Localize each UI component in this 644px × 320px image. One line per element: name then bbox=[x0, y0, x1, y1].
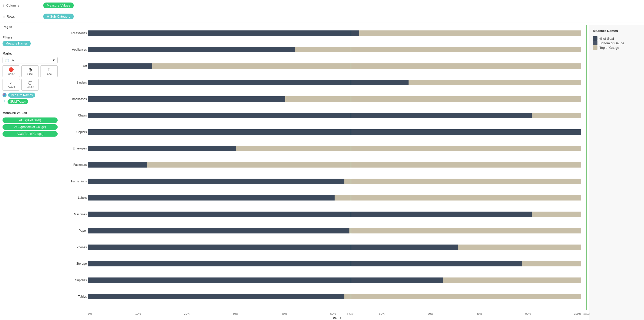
pct-of-goal-bar bbox=[88, 294, 344, 299]
columns-pill[interactable]: Measure Values bbox=[43, 3, 74, 8]
color-icon: 🔴 bbox=[9, 67, 14, 72]
agg-pill[interactable]: AGG(% of Goal) bbox=[3, 117, 58, 123]
x-axis-tick: 60% bbox=[379, 312, 385, 315]
top-of-gauge-bar bbox=[285, 96, 581, 102]
top-of-gauge-bar bbox=[458, 245, 581, 250]
top-of-gauge-bar bbox=[236, 146, 581, 151]
measure-names-mark-pill[interactable]: Measure Names bbox=[8, 93, 35, 98]
top-of-gauge-bar bbox=[295, 47, 581, 52]
x-axis-tick: 40% bbox=[281, 312, 287, 315]
pct-of-goal-bar bbox=[88, 245, 458, 250]
x-axis-tick: 0% bbox=[88, 312, 92, 315]
row-label: Envelopes bbox=[60, 147, 87, 150]
rows-label: ≡ Rows bbox=[3, 15, 43, 19]
columns-label: ⫿ Columns bbox=[3, 4, 43, 8]
filters-title: Filters bbox=[3, 35, 58, 39]
size-label: Size bbox=[27, 72, 33, 75]
legend-item: Top of Gauge bbox=[593, 45, 640, 50]
legend-item-label: Top of Gauge bbox=[599, 46, 619, 50]
bar-container bbox=[88, 96, 581, 102]
pct-of-goal-bar bbox=[88, 212, 532, 217]
top-of-gauge-bar bbox=[147, 162, 581, 168]
rows-pill[interactable]: ⊞ Sub-Category bbox=[43, 14, 74, 19]
table-row: Copiers bbox=[88, 128, 581, 136]
size-mark[interactable]: ◎ Size bbox=[21, 65, 39, 77]
table-row: Paper bbox=[88, 227, 581, 235]
top-of-gauge-bar bbox=[532, 113, 581, 118]
top-of-gauge-bar bbox=[443, 277, 581, 283]
x-axis-tick: 20% bbox=[184, 312, 189, 315]
pct-of-goal-bar bbox=[88, 80, 409, 85]
table-row: Accessories bbox=[88, 29, 581, 37]
x-axis-title: Value bbox=[63, 316, 586, 320]
chevron-down-icon: ▼ bbox=[52, 58, 55, 62]
row-label: Binders bbox=[60, 81, 87, 84]
table-row: Supplies bbox=[88, 276, 581, 284]
bar-chart-icon: 📊 bbox=[5, 58, 9, 62]
x-axis-tick: 70% bbox=[428, 312, 433, 315]
tooltip-mark[interactable]: 💬 Tooltip bbox=[21, 79, 39, 91]
pct-of-goal-bar bbox=[88, 195, 335, 201]
table-row: Bookcases bbox=[88, 95, 581, 103]
table-row: Furnishings bbox=[88, 177, 581, 185]
top-of-gauge-bar bbox=[409, 80, 581, 85]
pct-of-goal-bar bbox=[88, 228, 349, 233]
top-of-gauge-bar bbox=[335, 195, 581, 201]
bar-container bbox=[88, 294, 581, 299]
marks-type-selector[interactable]: 📊 Bar ▼ bbox=[3, 57, 58, 63]
tooltip-icon: 💬 bbox=[28, 81, 32, 85]
measure-values-title: Measure Values bbox=[3, 111, 58, 115]
bar-container bbox=[88, 80, 581, 85]
rows-icon: ≡ bbox=[3, 15, 5, 19]
bar-container bbox=[88, 228, 581, 233]
bar-container bbox=[88, 30, 581, 36]
row-label: Storage bbox=[60, 262, 87, 265]
bar-container bbox=[88, 47, 581, 52]
top-of-gauge-bar bbox=[522, 261, 581, 266]
x-axis-tick: 50% bbox=[330, 312, 336, 315]
pace-reference-line: PACE bbox=[351, 25, 351, 310]
filters-pill[interactable]: Measure Names bbox=[3, 41, 31, 46]
table-row: Machines bbox=[88, 210, 581, 218]
bar-container bbox=[88, 261, 581, 266]
table-row: Envelopes bbox=[88, 144, 581, 152]
row-label: Tables bbox=[60, 295, 87, 298]
agg-pill[interactable]: AGG(Top of Gauge) bbox=[3, 131, 58, 137]
row-label: Appliances bbox=[60, 48, 87, 51]
pages-title: Pages bbox=[3, 25, 58, 29]
pace-label: PACE bbox=[347, 312, 355, 315]
pct-of-goal-bar bbox=[88, 113, 532, 118]
label-label: Label bbox=[46, 72, 52, 75]
table-row: Art bbox=[88, 62, 581, 70]
table-row: Chairs bbox=[88, 111, 581, 119]
label-mark[interactable]: T Label bbox=[40, 65, 58, 77]
sum-pace-pill[interactable]: SUM(Pace) bbox=[8, 99, 28, 104]
bar-container bbox=[88, 245, 581, 250]
pct-of-goal-bar bbox=[88, 30, 359, 36]
pct-of-goal-bar bbox=[88, 277, 443, 283]
bar-container bbox=[88, 212, 581, 217]
x-axis-tick: 30% bbox=[233, 312, 238, 315]
detail-icon: ⁙ bbox=[10, 81, 13, 85]
columns-icon: ⫿ bbox=[3, 4, 5, 8]
bar-container bbox=[88, 195, 581, 201]
color-mark[interactable]: 🔴 Color bbox=[3, 65, 20, 77]
row-label: Machines bbox=[60, 213, 87, 216]
goal-label: GOAL bbox=[583, 312, 591, 315]
row-label: Labels bbox=[60, 196, 87, 199]
x-axis-tick: 10% bbox=[135, 312, 141, 315]
legend-swatch bbox=[593, 45, 597, 50]
legend-swatch bbox=[593, 36, 597, 41]
table-row: Binders bbox=[88, 78, 581, 87]
top-of-gauge-bar bbox=[349, 228, 581, 233]
legend-item: Bottom of Gauge bbox=[593, 41, 640, 45]
table-row: Fasteners bbox=[88, 161, 581, 169]
pct-of-goal-bar bbox=[88, 129, 581, 135]
size-icon: ◎ bbox=[28, 67, 32, 72]
detail-label: Detail bbox=[8, 86, 15, 89]
agg-pill[interactable]: AGG(Bottom of Gauge) bbox=[3, 124, 58, 130]
pct-of-goal-bar bbox=[88, 146, 236, 151]
detail-mark[interactable]: ⁙ Detail bbox=[3, 79, 20, 91]
pct-of-goal-bar bbox=[88, 261, 522, 266]
row-label: Accessories bbox=[60, 31, 87, 35]
